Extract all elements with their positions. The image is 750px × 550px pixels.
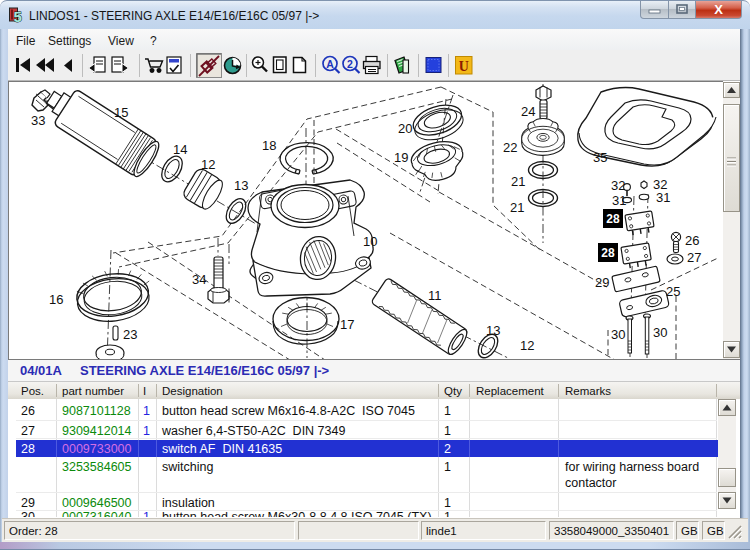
svg-text:2: 2 [347,58,353,70]
svg-text:16: 16 [49,292,63,307]
svg-text:21: 21 [510,200,524,215]
svg-text:32: 32 [611,178,625,193]
svg-text:14: 14 [173,142,187,157]
svg-text:13: 13 [486,323,500,338]
svg-text:28: 28 [601,246,615,260]
svg-text:30: 30 [653,325,667,340]
svg-text:24: 24 [521,104,535,119]
svg-text:34: 34 [192,272,206,287]
svg-text:25: 25 [666,284,680,299]
svg-text:27: 27 [687,250,701,265]
svg-text:22: 22 [503,140,517,155]
svg-text:19: 19 [394,150,408,165]
svg-text:21: 21 [511,174,525,189]
svg-text:10: 10 [363,234,377,249]
svg-text:23: 23 [123,327,137,342]
svg-text:5: 5 [14,8,22,25]
svg-text:A: A [326,58,334,70]
svg-text:30: 30 [611,327,625,342]
svg-text:17: 17 [340,317,354,332]
svg-text:28: 28 [606,212,620,226]
svg-text:15: 15 [114,105,128,120]
svg-text:12: 12 [520,338,534,353]
svg-text:18: 18 [262,138,276,153]
svg-text:31: 31 [612,193,626,208]
svg-text:26: 26 [685,233,699,248]
svg-text:35: 35 [593,150,607,165]
svg-text:31: 31 [656,190,670,205]
svg-text:13: 13 [234,178,248,193]
svg-text:U: U [459,59,469,74]
svg-text:11: 11 [428,288,442,303]
svg-text:33: 33 [31,113,45,128]
svg-text:X: X [714,2,723,17]
svg-text:29: 29 [595,275,609,290]
svg-text:20: 20 [398,121,412,136]
svg-text:12: 12 [201,157,215,172]
